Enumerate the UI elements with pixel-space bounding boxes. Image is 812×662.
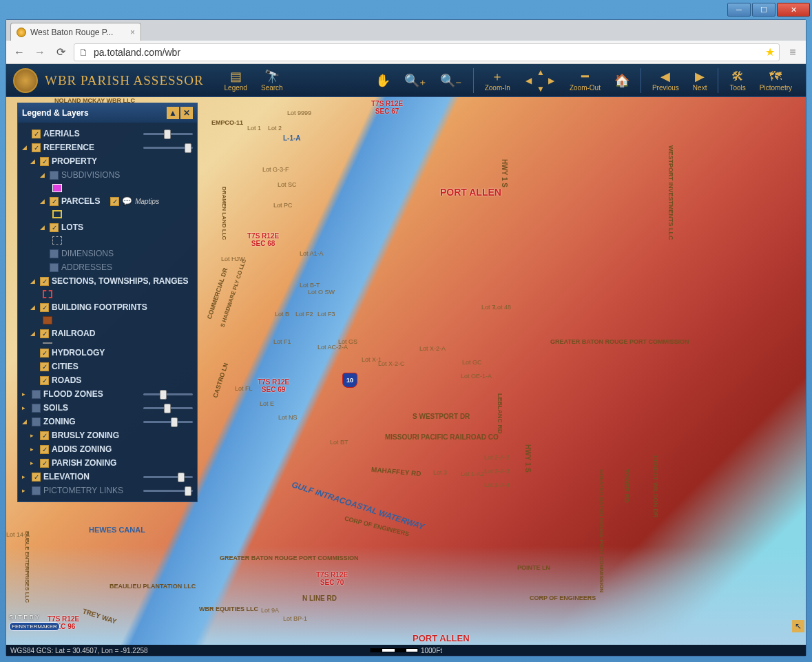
layer-reference[interactable]: REFERENCE xyxy=(43,143,94,152)
checkbox-elevation[interactable]: ✓ xyxy=(32,473,41,482)
checkbox-maptips[interactable]: ✓ xyxy=(110,197,119,206)
layer-cities[interactable]: CITIES xyxy=(52,362,79,371)
checkbox-property[interactable]: ✓ xyxy=(40,157,49,166)
layer-subdivisions[interactable]: SUBDIVISIONS xyxy=(61,170,120,180)
expand-icon[interactable]: ▸ xyxy=(22,404,29,411)
expand-icon[interactable]: ◢ xyxy=(40,172,47,178)
checkbox-roads[interactable]: ✓ xyxy=(40,376,49,385)
legend-close-button[interactable]: ✕ xyxy=(180,107,193,119)
window-maximize-button[interactable]: ☐ xyxy=(752,3,775,17)
url-input[interactable]: 🗋 pa.totaland.com/wbr ★ xyxy=(74,43,780,61)
browser-tab[interactable]: West Baton Rouge P... × xyxy=(10,23,141,41)
window-close-button[interactable]: ✕ xyxy=(777,3,810,17)
expand-icon[interactable]: ◢ xyxy=(40,198,47,205)
expand-icon[interactable]: ◢ xyxy=(30,158,37,165)
pan-button[interactable]: ✋ xyxy=(368,72,397,90)
checkbox-zoning[interactable] xyxy=(32,417,41,426)
reload-button[interactable]: ⟳ xyxy=(53,45,68,60)
zoom-out-button[interactable]: ━Zoom-Out xyxy=(563,68,607,93)
slider-flood[interactable] xyxy=(143,390,193,398)
checkbox-dimensions[interactable] xyxy=(50,249,59,258)
legend-minimize-button[interactable]: ▲ xyxy=(167,107,179,119)
checkbox-sections[interactable]: ✓ xyxy=(40,277,49,286)
tools-button[interactable]: 🛠Tools xyxy=(722,68,752,93)
layer-railroad[interactable]: RAILROAD xyxy=(52,329,95,338)
layer-addis[interactable]: ADDIS ZONING xyxy=(52,444,112,454)
tools-icon: 🛠 xyxy=(731,69,744,84)
checkbox-parcels[interactable]: ✓ xyxy=(50,197,59,206)
pan-arrows-button[interactable]: ▲▼◀▶ xyxy=(517,68,563,94)
checkbox-subdivisions[interactable] xyxy=(50,171,59,180)
pictometry-button[interactable]: 🗺Pictometry xyxy=(753,68,799,93)
slider-soils[interactable] xyxy=(143,404,193,412)
layer-sections[interactable]: SECTIONS, TOWNSHIPS, RANGES xyxy=(52,276,188,286)
layer-roads[interactable]: ROADS xyxy=(52,375,81,385)
layer-parish[interactable]: PARISH ZONING xyxy=(52,458,116,468)
expand-icon[interactable]: ▸ xyxy=(30,432,37,439)
expand-icon[interactable]: ▸ xyxy=(30,446,37,453)
window-minimize-button[interactable]: ─ xyxy=(727,3,751,17)
slider-aerials[interactable] xyxy=(143,130,193,138)
layer-soils[interactable]: SOILS xyxy=(43,403,68,413)
layer-parcels[interactable]: PARCELS xyxy=(61,196,100,206)
expand-icon[interactable]: ◢ xyxy=(30,304,37,311)
checkbox-addresses[interactable] xyxy=(50,263,59,272)
checkbox-brusly[interactable]: ✓ xyxy=(40,431,49,440)
layer-pictometry[interactable]: PICTOMETRY LINKS xyxy=(43,486,123,495)
checkbox-hydrology[interactable]: ✓ xyxy=(40,349,49,358)
layer-hydrology[interactable]: HYDROLOGY xyxy=(52,348,105,358)
lot-label: Lot 14-A xyxy=(6,531,30,538)
forward-button[interactable]: → xyxy=(32,45,48,60)
slider-reference[interactable] xyxy=(143,143,193,152)
expand-icon[interactable]: ◢ xyxy=(30,330,37,337)
checkbox-flood[interactable] xyxy=(32,390,41,399)
legend-header[interactable]: Legend & Layers ▲ ✕ xyxy=(18,103,197,123)
checkbox-lots[interactable]: ✓ xyxy=(50,223,59,232)
slider-zoning[interactable] xyxy=(143,417,193,426)
checkbox-railroad[interactable]: ✓ xyxy=(40,329,49,338)
zoom-out-magnifier-button[interactable]: 🔍₋ xyxy=(433,72,469,90)
layer-footprints[interactable]: BUILDING FOOTPRINTS xyxy=(52,302,147,312)
checkbox-cities[interactable]: ✓ xyxy=(40,362,49,371)
previous-button[interactable]: ◀Previous xyxy=(645,68,686,93)
zoom-in-magnifier-button[interactable]: 🔍₊ xyxy=(397,72,433,90)
expand-icon[interactable]: ▸ xyxy=(22,391,29,397)
resize-handle[interactable]: ↖ xyxy=(792,620,804,632)
layer-elevation[interactable]: ELEVATION xyxy=(43,472,90,482)
search-button[interactable]: 🔭Search xyxy=(254,68,290,93)
expand-icon[interactable]: ▸ xyxy=(22,487,29,494)
checkbox-reference[interactable]: ✓ xyxy=(32,143,41,152)
next-button[interactable]: ▶Next xyxy=(686,68,714,93)
checkbox-addis[interactable]: ✓ xyxy=(40,445,49,454)
layer-aerials[interactable]: AERIALS xyxy=(43,129,80,138)
back-button[interactable]: ← xyxy=(12,45,27,60)
layer-addresses[interactable]: ADDRESSES xyxy=(61,262,112,272)
tab-close-button[interactable]: × xyxy=(130,28,135,37)
checkbox-soils[interactable] xyxy=(32,404,41,413)
layer-brusly[interactable]: BRUSLY ZONING xyxy=(52,431,119,440)
expand-icon[interactable]: ▸ xyxy=(22,473,29,480)
slider-elevation[interactable] xyxy=(143,473,193,481)
home-button[interactable]: 🏠 xyxy=(607,72,636,90)
lot-label: Lot A1-A xyxy=(300,250,324,257)
expand-icon[interactable]: ◢ xyxy=(22,418,29,425)
layer-flood[interactable]: FLOOD ZONES xyxy=(43,389,103,399)
checkbox-parish[interactable]: ✓ xyxy=(40,459,49,468)
expand-icon[interactable]: ◢ xyxy=(22,144,29,151)
browser-menu-button[interactable]: ≡ xyxy=(785,46,800,59)
zoom-in-button[interactable]: ＋Zoom-In xyxy=(478,68,517,93)
checkbox-aerials[interactable]: ✓ xyxy=(32,130,41,138)
layer-zoning[interactable]: ZONING xyxy=(43,417,76,426)
slider-pictometry[interactable] xyxy=(143,486,193,495)
layer-dimensions[interactable]: DIMENSIONS xyxy=(61,249,114,258)
lot-label: Lot 9A xyxy=(261,607,279,614)
checkbox-footprints[interactable]: ✓ xyxy=(40,303,49,312)
expand-icon[interactable]: ◢ xyxy=(30,278,37,285)
checkbox-pictometry[interactable] xyxy=(32,486,41,495)
layer-property[interactable]: PROPERTY xyxy=(52,156,97,166)
bookmark-star-icon[interactable]: ★ xyxy=(765,45,775,59)
expand-icon[interactable]: ▸ xyxy=(30,459,37,466)
expand-icon[interactable]: ◢ xyxy=(40,224,47,231)
layer-lots[interactable]: LOTS xyxy=(61,223,83,232)
legend-button[interactable]: ▤Legend xyxy=(218,68,254,93)
